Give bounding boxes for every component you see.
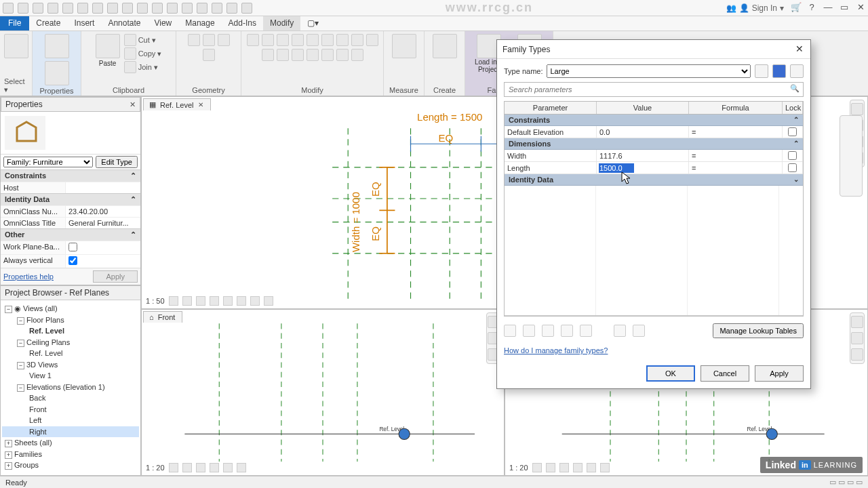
dim-icon[interactable] [122,3,133,14]
scale-label-3[interactable]: 1 : 20 [509,464,528,472]
mod-12-icon[interactable] [292,49,304,61]
row-omninum-v[interactable]: 23.40.20.00 [66,206,140,217]
tab-insert[interactable]: Insert [67,16,101,30]
mod-1-icon[interactable] [247,34,259,46]
view-front[interactable]: ⌂Front Ref. Level 1 : 20 [141,309,505,476]
tab-manage[interactable]: Manage [178,16,221,30]
tab-modify[interactable]: Modify [263,16,300,30]
create-big-icon[interactable] [433,34,457,58]
node-left[interactable]: Left [2,415,139,426]
vc-6-icon[interactable] [237,296,246,306]
section-icon[interactable] [167,3,178,14]
p-length-f[interactable]: = [689,162,783,174]
type-props-icon[interactable] [45,61,69,85]
mod-6-icon[interactable] [321,34,334,46]
exp-icon[interactable]: − [17,317,24,325]
close-icon[interactable]: ✕ [856,3,865,13]
tab-view[interactable]: View [147,16,178,30]
zoom-icon[interactable] [851,332,863,344]
search-icon[interactable]: 🔍 [790,84,801,95]
properties-help-link[interactable]: Properties help [3,272,54,281]
grp-other[interactable]: Other⌃ [1,228,140,241]
geom-2-icon[interactable] [203,34,215,46]
scale-label-2[interactable]: 1 : 20 [146,464,165,472]
col-lock[interactable]: Lock [783,102,803,114]
modify-tool-icon[interactable] [4,34,28,58]
add-param-icon[interactable] [523,325,535,337]
vc2-6-icon[interactable] [237,463,246,472]
node-front[interactable]: Front [2,404,139,415]
manage-types-help-link[interactable]: How do I manage family types? [504,346,608,354]
delete-type-icon[interactable] [790,64,804,78]
col-value[interactable]: Value [597,102,689,114]
revit-icon[interactable] [3,3,14,14]
lookup-tables-button[interactable]: Manage Lookup Tables [713,323,804,338]
paste-icon[interactable] [96,34,120,58]
mod-2-icon[interactable] [262,34,274,46]
print-icon[interactable] [92,3,103,14]
mod-8-icon[interactable] [351,34,363,46]
p-width-lock[interactable] [788,151,797,160]
ok-button[interactable]: OK [646,365,695,382]
home-icon[interactable] [851,316,863,328]
node-floor-plans[interactable]: Floor Plans [26,316,64,324]
sort-asc-icon[interactable] [614,325,626,337]
grp-constraints[interactable]: Constraints⌃ [1,169,140,182]
node-ref-level[interactable]: Ref. Level [2,325,139,337]
mod-3-icon[interactable] [277,34,289,46]
pan-icon[interactable] [851,348,863,361]
node-elevations[interactable]: Elevations (Elevation 1) [26,383,105,391]
vc-1-icon[interactable] [169,296,178,306]
p-width-f[interactable]: = [689,150,783,161]
properties-icon[interactable] [45,34,69,58]
row-wpb-check[interactable] [68,243,77,251]
node-right[interactable]: Right [2,426,139,438]
new-param-icon[interactable] [504,325,516,337]
geom-1-icon[interactable] [188,34,200,46]
tag-icon[interactable] [137,3,148,14]
pgrp-dimensions[interactable]: Dimensions⌃ [505,138,803,150]
redo-icon[interactable] [77,3,88,14]
edit-type-button[interactable]: Edit Type [96,156,138,168]
vc2-4-icon[interactable] [210,463,219,472]
vc2-2-icon[interactable] [182,463,192,472]
save-icon[interactable] [33,3,43,14]
open-icon[interactable] [18,3,28,14]
p-length-v-cell[interactable] [597,162,689,174]
type-name-select[interactable]: Large [547,64,751,78]
col-param[interactable]: Parameter [505,102,597,114]
exp-icon[interactable]: − [5,306,12,313]
view-cube-panel[interactable] [840,115,863,197]
mod-13-icon[interactable] [307,49,319,61]
view-tab-reflevel[interactable]: ▦Ref. Level✕ [143,98,211,110]
mod-7-icon[interactable] [336,34,349,46]
switch-icon[interactable] [226,3,237,14]
vc2-1-icon[interactable] [169,463,178,472]
p-defelev-lock[interactable] [788,127,797,136]
undo-icon[interactable] [62,3,73,14]
vc-2-icon[interactable] [182,296,192,306]
node-back[interactable]: Back [2,392,139,404]
node-groups[interactable]: Groups [14,461,39,469]
text-icon[interactable] [152,3,163,14]
browser-tree[interactable]: −◉ Views (all) −Floor Plans Ref. Level −… [1,300,140,474]
mod-11-icon[interactable] [277,49,289,61]
p-length-lock[interactable] [788,163,797,172]
vc3-1-icon[interactable] [532,463,542,472]
mod-10-icon[interactable] [262,49,274,61]
geom-4-icon[interactable] [203,49,215,61]
measure-icon[interactable] [107,3,118,14]
close-hidden-icon[interactable] [212,3,222,14]
vc3-4-icon[interactable] [573,463,583,472]
thin-icon[interactable] [197,3,208,14]
vc-8-icon[interactable] [264,296,273,306]
mod-9-icon[interactable] [366,34,378,46]
vc3-2-icon[interactable] [546,463,555,472]
tab-annotate[interactable]: Annotate [101,16,147,30]
3d-icon[interactable] [182,3,193,14]
collapse-icon[interactable]: ⌃ [793,116,799,124]
geom-3-icon[interactable] [218,34,230,46]
p-width-v[interactable]: 1117.6 [597,150,689,161]
tab-file[interactable]: File [0,16,29,30]
exchange-icon[interactable]: 🛒 [791,3,800,13]
